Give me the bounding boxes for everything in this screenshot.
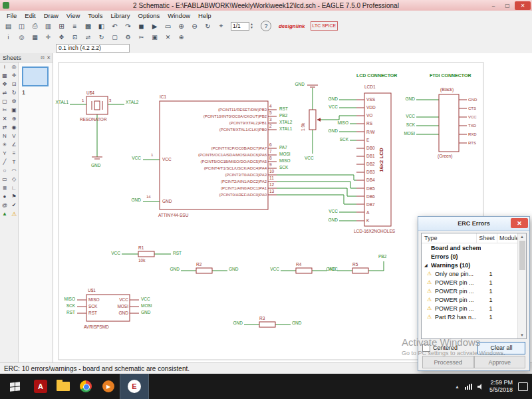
sheet-number[interactable]: 1 (22, 89, 25, 96)
text-tool[interactable]: T (9, 158, 19, 166)
invoke-tool[interactable]: ≡ (9, 149, 19, 158)
zoom-select[interactable]: ⌖ (215, 21, 227, 31)
scrollbar-thumb[interactable] (519, 241, 525, 270)
erc-dialog-titlebar[interactable]: ERC Errors ✕ (418, 217, 529, 231)
menu-item[interactable]: File (3, 12, 21, 19)
ltspice-badge[interactable]: LTC SPICE (311, 21, 338, 31)
smash-tool[interactable]: ✳ (0, 140, 9, 149)
switch-to-board[interactable]: ⊞ (55, 21, 68, 31)
network-icon[interactable] (465, 380, 472, 392)
mark-tool[interactable]: ✛ (9, 71, 19, 80)
add-tool[interactable]: ⊕ (9, 114, 19, 123)
mirror-tool[interactable]: ⇌ (0, 88, 9, 97)
taskbar-clock[interactable]: 2:59 PM 5/5/2018 (489, 379, 513, 394)
volume-icon[interactable] (477, 380, 484, 392)
group-tool[interactable]: ▢ (0, 97, 9, 106)
erc-tree-warnings[interactable]: ◢ Warnings (10) (422, 261, 526, 269)
add-part[interactable]: ⊕ (175, 32, 188, 43)
menu-item[interactable]: Library (106, 12, 134, 19)
erc-tree-errors[interactable]: Errors (0) (422, 252, 526, 261)
copy[interactable]: ⊡ (68, 32, 81, 43)
export-image[interactable]: ▥ (42, 21, 55, 31)
menu-item[interactable]: View (63, 12, 84, 19)
erc-warning-row[interactable]: ⚠ Part R2 has n... 1 (422, 313, 526, 321)
zoom-fit[interactable]: ▭ (162, 21, 174, 31)
run-script[interactable]: ▶ (148, 21, 161, 31)
display-layers[interactable]: ▦ (29, 32, 41, 43)
delete-tool[interactable]: ✕ (0, 114, 9, 123)
column-sheet[interactable]: Sheet (477, 233, 497, 243)
designlink-badge[interactable]: designlink (279, 23, 305, 29)
replace-tool[interactable]: ◉ (9, 123, 19, 132)
scrollbar[interactable]: ▲ ▼ (517, 233, 526, 338)
miter-tool[interactable]: ∠ (9, 140, 19, 149)
name-tool[interactable]: N (0, 132, 9, 140)
stop-command[interactable]: ◼ (135, 21, 148, 31)
close-icon[interactable]: ✕ (515, 1, 531, 10)
save[interactable]: ◫ (15, 21, 28, 31)
layer-settings[interactable]: ◧ (95, 21, 108, 31)
erc-tree-root[interactable]: Board and schemati... (422, 243, 526, 252)
menu-item[interactable]: Edit (21, 12, 39, 19)
cut[interactable]: ✂ (135, 32, 148, 43)
use-library[interactable]: ≡ (68, 21, 81, 31)
sheet-thumbnail[interactable] (22, 66, 49, 86)
undo[interactable]: ↶ (108, 21, 121, 31)
erc-warning-row[interactable]: ⚠ Only one pin... 1 (422, 269, 526, 278)
zoom-in[interactable]: ⊕ (175, 21, 188, 31)
change-tool[interactable]: ⚙ (9, 97, 19, 106)
paste[interactable]: ▣ (148, 32, 161, 43)
wire-tool[interactable]: ╱ (0, 158, 9, 166)
help-icon[interactable]: ? (261, 21, 271, 31)
move[interactable]: ✥ (55, 32, 68, 43)
info-tool[interactable]: i (0, 63, 9, 71)
erc-warning-row[interactable]: ⚠ POWER pin ... 1 (422, 287, 526, 295)
taskbar-item-adobe[interactable]: A (29, 374, 52, 399)
mirror[interactable]: ⇌ (82, 32, 94, 43)
zoom-out[interactable]: ⊖ (188, 21, 201, 31)
attribute-tool[interactable]: @ (0, 201, 9, 209)
dock-icon[interactable]: ⊡ (39, 55, 45, 61)
mark[interactable]: ✛ (42, 32, 55, 43)
move-tool[interactable]: ✥ (0, 80, 9, 88)
copy-tool[interactable]: ⊡ (9, 80, 19, 88)
group[interactable]: ▢ (108, 32, 121, 43)
zoom-redraw[interactable]: ↻ (201, 21, 214, 31)
erc-warning-row[interactable]: ⚠ POWER pin ... 1 (422, 278, 526, 287)
grid[interactable]: ▩ (82, 21, 94, 31)
pinswap-tool[interactable]: ⇄ (0, 123, 9, 132)
warning-indicator[interactable]: ⚠ (9, 209, 19, 218)
paste-tool[interactable]: ▣ (9, 106, 19, 114)
print[interactable]: ⎙ (29, 21, 41, 31)
split-tool[interactable]: Y (0, 149, 9, 158)
zoom-stepper[interactable]: ▲▼ (250, 23, 253, 29)
junction-tool[interactable]: ● (0, 192, 9, 201)
redo[interactable]: ↷ (122, 21, 134, 31)
maximize-icon[interactable]: ▢ (501, 1, 514, 10)
delete[interactable]: ✕ (162, 32, 174, 43)
taskbar-item-explorer[interactable] (52, 374, 74, 399)
menu-item[interactable]: Help (194, 12, 215, 19)
menu-item[interactable]: Options (134, 12, 164, 19)
scroll-up-icon[interactable]: ▲ (520, 233, 524, 240)
taskbar-item-eagle-active[interactable]: E (120, 374, 149, 399)
erc-warning-row[interactable]: ⚠ POWER pin ... 1 (422, 295, 526, 304)
zoom-value[interactable]: 1/1 (231, 22, 249, 31)
start-button[interactable] (0, 374, 29, 399)
label-tool[interactable]: ⚑ (9, 192, 19, 201)
close-icon[interactable]: ✕ (511, 218, 528, 228)
circle-tool[interactable]: ○ (0, 166, 9, 175)
display-tool[interactable]: ▦ (0, 71, 9, 80)
taskbar-item-player[interactable]: ▶ (97, 374, 120, 399)
erc-column-headers[interactable]: Type Sheet Module (422, 233, 526, 243)
erc-tool[interactable]: ✔ (9, 201, 19, 209)
show-tool[interactable]: ◎ (9, 63, 19, 71)
minimize-icon[interactable]: – (487, 1, 500, 10)
up-arrow-tool[interactable]: ▲ (0, 209, 9, 218)
rotate-tool[interactable]: ↻ (9, 88, 19, 97)
processed-button[interactable]: Processed (422, 356, 474, 368)
taskbar-item-chrome[interactable] (74, 374, 97, 399)
info[interactable]: i (2, 32, 15, 43)
arc-tool[interactable]: ◠ (9, 166, 19, 175)
column-type[interactable]: Type (422, 233, 477, 243)
